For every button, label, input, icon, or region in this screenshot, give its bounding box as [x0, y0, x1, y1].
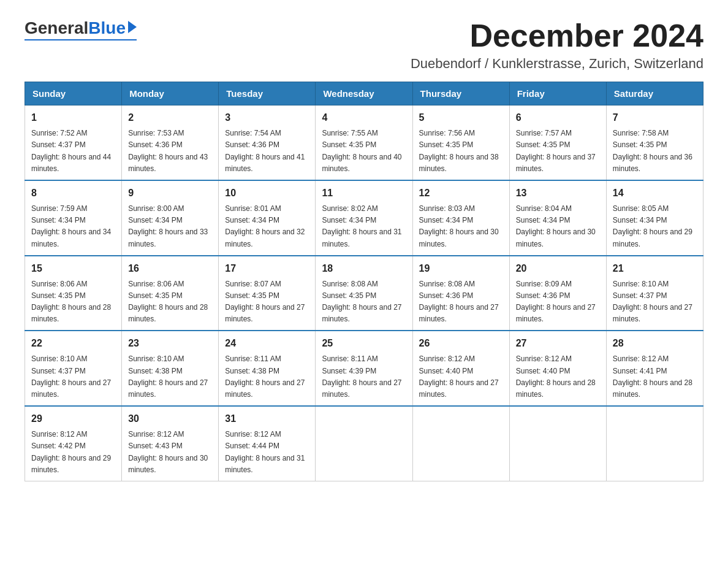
calendar-cell: 26 Sunrise: 8:12 AMSunset: 4:40 PMDaylig… — [412, 331, 509, 406]
page-header: General Blue December 2024 Duebendorf / … — [25, 18, 703, 72]
days-of-week-row: SundayMondayTuesdayWednesdayThursdayFrid… — [25, 82, 703, 105]
calendar-cell: 29 Sunrise: 8:12 AMSunset: 4:42 PMDaylig… — [25, 406, 122, 481]
day-of-week-header: Sunday — [25, 82, 122, 105]
day-info: Sunrise: 7:56 AMSunset: 4:35 PMDaylight:… — [419, 128, 503, 175]
calendar-cell — [316, 406, 412, 481]
calendar-week-row: 29 Sunrise: 8:12 AMSunset: 4:42 PMDaylig… — [25, 406, 703, 481]
day-info: Sunrise: 8:08 AMSunset: 4:36 PMDaylight:… — [419, 278, 503, 326]
day-info: Sunrise: 8:11 AMSunset: 4:39 PMDaylight:… — [322, 353, 406, 400]
day-of-week-header: Thursday — [412, 82, 509, 105]
calendar-cell — [412, 406, 509, 481]
day-info: Sunrise: 8:03 AMSunset: 4:34 PMDaylight:… — [419, 203, 503, 250]
calendar-cell: 16 Sunrise: 8:06 AMSunset: 4:35 PMDaylig… — [122, 256, 219, 331]
day-of-week-header: Tuesday — [219, 82, 316, 105]
calendar-cell: 18 Sunrise: 8:08 AMSunset: 4:35 PMDaylig… — [316, 256, 412, 331]
day-info: Sunrise: 7:58 AMSunset: 4:35 PMDaylight:… — [613, 128, 697, 175]
day-info: Sunrise: 8:02 AMSunset: 4:34 PMDaylight:… — [322, 203, 406, 250]
day-info: Sunrise: 8:12 AMSunset: 4:41 PMDaylight:… — [613, 353, 697, 400]
calendar-cell: 19 Sunrise: 8:08 AMSunset: 4:36 PMDaylig… — [412, 256, 509, 331]
calendar-header: SundayMondayTuesdayWednesdayThursdayFrid… — [25, 82, 703, 105]
day-info: Sunrise: 8:10 AMSunset: 4:37 PMDaylight:… — [31, 353, 115, 400]
calendar-week-row: 15 Sunrise: 8:06 AMSunset: 4:35 PMDaylig… — [25, 256, 703, 331]
day-info: Sunrise: 7:54 AMSunset: 4:36 PMDaylight:… — [225, 128, 309, 175]
day-info: Sunrise: 8:06 AMSunset: 4:35 PMDaylight:… — [31, 278, 115, 326]
calendar-cell — [509, 406, 606, 481]
day-number: 20 — [516, 261, 600, 276]
calendar-table: SundayMondayTuesdayWednesdayThursdayFrid… — [25, 82, 703, 481]
day-number: 28 — [613, 336, 697, 351]
day-number: 1 — [31, 110, 115, 125]
page-subtitle: Duebendorf / Kunklerstrasse, Zurich, Swi… — [411, 56, 703, 72]
day-number: 31 — [225, 412, 309, 426]
calendar-cell: 21 Sunrise: 8:10 AMSunset: 4:37 PMDaylig… — [606, 256, 703, 331]
day-info: Sunrise: 8:12 AMSunset: 4:43 PMDaylight:… — [128, 429, 212, 476]
calendar-cell: 2 Sunrise: 7:53 AMSunset: 4:36 PMDayligh… — [122, 105, 219, 180]
calendar-cell: 14 Sunrise: 8:05 AMSunset: 4:34 PMDaylig… — [606, 180, 703, 256]
logo-blue-text: Blue — [88, 18, 126, 38]
calendar-cell: 7 Sunrise: 7:58 AMSunset: 4:35 PMDayligh… — [606, 105, 703, 180]
day-info: Sunrise: 8:04 AMSunset: 4:34 PMDaylight:… — [516, 203, 600, 250]
day-info: Sunrise: 8:08 AMSunset: 4:35 PMDaylight:… — [322, 278, 406, 326]
day-number: 17 — [225, 261, 309, 276]
calendar-cell: 28 Sunrise: 8:12 AMSunset: 4:41 PMDaylig… — [606, 331, 703, 406]
calendar-cell: 8 Sunrise: 7:59 AMSunset: 4:34 PMDayligh… — [25, 180, 122, 256]
logo-general-text: General — [25, 18, 88, 38]
day-info: Sunrise: 8:12 AMSunset: 4:40 PMDaylight:… — [419, 353, 503, 400]
day-info: Sunrise: 8:10 AMSunset: 4:37 PMDaylight:… — [613, 278, 697, 326]
day-number: 30 — [128, 412, 212, 426]
day-info: Sunrise: 8:01 AMSunset: 4:34 PMDaylight:… — [225, 203, 309, 250]
day-info: Sunrise: 7:59 AMSunset: 4:34 PMDaylight:… — [31, 203, 115, 250]
calendar-cell: 31 Sunrise: 8:12 AMSunset: 4:44 PMDaylig… — [219, 406, 316, 481]
day-info: Sunrise: 8:10 AMSunset: 4:38 PMDaylight:… — [128, 353, 212, 400]
day-info: Sunrise: 8:12 AMSunset: 4:40 PMDaylight:… — [516, 353, 600, 400]
calendar-cell: 20 Sunrise: 8:09 AMSunset: 4:36 PMDaylig… — [509, 256, 606, 331]
calendar-week-row: 22 Sunrise: 8:10 AMSunset: 4:37 PMDaylig… — [25, 331, 703, 406]
day-number: 27 — [516, 336, 600, 351]
calendar-cell: 30 Sunrise: 8:12 AMSunset: 4:43 PMDaylig… — [122, 406, 219, 481]
day-info: Sunrise: 7:52 AMSunset: 4:37 PMDaylight:… — [31, 128, 115, 175]
calendar-cell — [606, 406, 703, 481]
day-number: 13 — [516, 186, 600, 201]
day-number: 19 — [419, 261, 503, 276]
day-number: 22 — [31, 336, 115, 351]
calendar-cell: 23 Sunrise: 8:10 AMSunset: 4:38 PMDaylig… — [122, 331, 219, 406]
calendar-week-row: 8 Sunrise: 7:59 AMSunset: 4:34 PMDayligh… — [25, 180, 703, 256]
calendar-cell: 25 Sunrise: 8:11 AMSunset: 4:39 PMDaylig… — [316, 331, 412, 406]
calendar-cell: 11 Sunrise: 8:02 AMSunset: 4:34 PMDaylig… — [316, 180, 412, 256]
logo: General Blue — [25, 18, 137, 40]
day-info: Sunrise: 8:00 AMSunset: 4:34 PMDaylight:… — [128, 203, 212, 250]
day-info: Sunrise: 8:11 AMSunset: 4:38 PMDaylight:… — [225, 353, 309, 400]
day-number: 8 — [31, 186, 115, 201]
calendar-body: 1 Sunrise: 7:52 AMSunset: 4:37 PMDayligh… — [25, 105, 703, 481]
calendar-cell: 17 Sunrise: 8:07 AMSunset: 4:35 PMDaylig… — [219, 256, 316, 331]
calendar-cell: 27 Sunrise: 8:12 AMSunset: 4:40 PMDaylig… — [509, 331, 606, 406]
calendar-cell: 3 Sunrise: 7:54 AMSunset: 4:36 PMDayligh… — [219, 105, 316, 180]
calendar-cell: 15 Sunrise: 8:06 AMSunset: 4:35 PMDaylig… — [25, 256, 122, 331]
logo-text: General Blue — [25, 18, 137, 38]
day-info: Sunrise: 8:07 AMSunset: 4:35 PMDaylight:… — [225, 278, 309, 326]
day-info: Sunrise: 7:57 AMSunset: 4:35 PMDaylight:… — [516, 128, 600, 175]
day-of-week-header: Saturday — [606, 82, 703, 105]
day-number: 5 — [419, 110, 503, 125]
day-number: 7 — [613, 110, 697, 125]
day-number: 16 — [128, 261, 212, 276]
calendar-cell: 10 Sunrise: 8:01 AMSunset: 4:34 PMDaylig… — [219, 180, 316, 256]
day-of-week-header: Wednesday — [316, 82, 412, 105]
day-number: 15 — [31, 261, 115, 276]
day-number: 14 — [613, 186, 697, 201]
calendar-cell: 12 Sunrise: 8:03 AMSunset: 4:34 PMDaylig… — [412, 180, 509, 256]
day-number: 25 — [322, 336, 406, 351]
day-info: Sunrise: 8:05 AMSunset: 4:34 PMDaylight:… — [613, 203, 697, 250]
day-info: Sunrise: 8:06 AMSunset: 4:35 PMDaylight:… — [128, 278, 212, 326]
calendar-cell: 1 Sunrise: 7:52 AMSunset: 4:37 PMDayligh… — [25, 105, 122, 180]
day-of-week-header: Friday — [509, 82, 606, 105]
day-info: Sunrise: 8:09 AMSunset: 4:36 PMDaylight:… — [516, 278, 600, 326]
day-number: 21 — [613, 261, 697, 276]
day-info: Sunrise: 8:12 AMSunset: 4:42 PMDaylight:… — [31, 429, 115, 476]
day-number: 4 — [322, 110, 406, 125]
logo-arrow-icon — [128, 21, 137, 33]
day-number: 6 — [516, 110, 600, 125]
calendar-cell: 9 Sunrise: 8:00 AMSunset: 4:34 PMDayligh… — [122, 180, 219, 256]
day-of-week-header: Monday — [122, 82, 219, 105]
day-info: Sunrise: 8:12 AMSunset: 4:44 PMDaylight:… — [225, 429, 309, 476]
